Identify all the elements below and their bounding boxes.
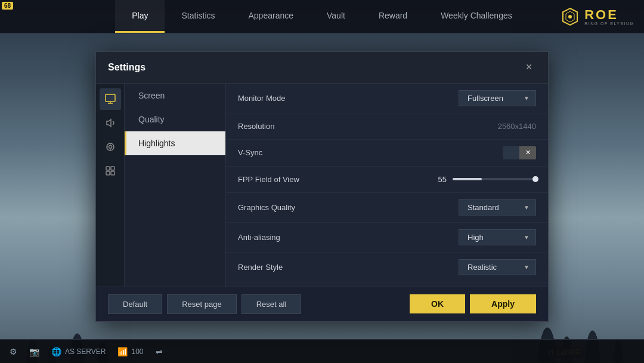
antialiasing-value: High ▼	[459, 229, 536, 245]
server-label: AS SERVER	[65, 347, 106, 356]
ping-value: 100	[131, 347, 143, 356]
monitor-mode-dropdown[interactable]: Fullscreen ▼	[459, 90, 536, 106]
graphics-quality-value: Standard ▼	[459, 199, 536, 216]
tab-appearance[interactable]: Appearance	[232, 0, 311, 33]
modal-overlay: Settings × Screen	[0, 33, 644, 339]
modal-footer: Default Reset page Reset all OK Apply	[96, 287, 548, 321]
vsync-toggle[interactable]: ✕	[503, 146, 536, 159]
settings-modal: Settings × Screen	[95, 51, 549, 322]
ping-icon: 📶	[117, 347, 128, 356]
tab-vault[interactable]: Vault	[310, 0, 362, 33]
nav-item-quality[interactable]: Quality	[125, 107, 225, 131]
settings-content: Monitor Mode Fullscreen ▼ Resolution 256…	[226, 84, 548, 287]
setting-auto-record: Auto Record Highlights ✕	[226, 282, 548, 287]
modal-header: Settings ×	[96, 52, 548, 84]
status-screenshot[interactable]: 📷	[29, 347, 39, 356]
antialiasing-arrow-icon: ▼	[524, 234, 530, 241]
render-style-label: Render Style	[238, 263, 283, 272]
svg-point-7	[109, 145, 112, 148]
graphics-quality-text: Standard	[467, 203, 499, 212]
setting-resolution: Resolution 2560x1440	[226, 113, 548, 140]
render-style-value: Realistic ▼	[459, 259, 536, 275]
logo-text: ROE	[584, 7, 634, 23]
sidebar-icons	[96, 84, 125, 287]
sidebar-icon-monitor[interactable]	[100, 88, 121, 110]
sidebar-icon-controls[interactable]	[100, 136, 121, 158]
fov-slider-thumb[interactable]	[532, 176, 538, 182]
status-ping: 📶 100	[117, 347, 143, 356]
antialiasing-text: High	[467, 233, 484, 242]
vsync-value: ✕	[503, 146, 536, 159]
settings-icon: ⚙	[10, 347, 17, 356]
sidebar-icon-audio[interactable]	[100, 112, 121, 134]
graphics-quality-label: Graphics Quality	[238, 203, 295, 212]
fov-slider-container: 55	[432, 175, 536, 184]
default-button[interactable]: Default	[108, 294, 162, 314]
antialiasing-label: Anti-aliasing	[238, 233, 280, 242]
setting-monitor-mode: Monitor Mode Fullscreen ▼	[226, 84, 548, 113]
render-style-dropdown[interactable]: Realistic ▼	[459, 259, 536, 275]
fov-slider[interactable]	[453, 178, 536, 180]
connection-icon: ⇌	[156, 347, 163, 356]
reset-page-button[interactable]: Reset page	[167, 294, 237, 314]
resolution-value: 2560x1440	[498, 122, 536, 131]
resolution-label: Resolution	[238, 122, 274, 131]
reset-all-button[interactable]: Reset all	[242, 294, 302, 314]
footer-left-buttons: Default Reset page Reset all	[108, 294, 301, 314]
logo-subtitle: RING OF ELYSIUM	[584, 21, 634, 26]
antialiasing-dropdown[interactable]: High ▼	[459, 229, 536, 245]
resolution-text: 2560x1440	[498, 122, 536, 131]
settings-nav: Screen Quality Highlights	[125, 84, 226, 287]
status-connection: ⇌	[156, 347, 163, 356]
ok-button[interactable]: OK	[410, 294, 465, 313]
svg-point-2	[568, 15, 572, 19]
toggle-off-state	[503, 146, 519, 159]
fov-number: 55	[432, 175, 447, 184]
setting-graphics-quality: Graphics Quality Standard ▼	[226, 193, 548, 223]
fov-label: FPP Field of View	[238, 175, 299, 184]
tab-reward[interactable]: Reward	[362, 0, 424, 33]
footer-right-buttons: OK Apply	[410, 294, 536, 313]
modal-body: Screen Quality Highlights Monitor Mode F…	[96, 84, 548, 287]
toggle-x-icon: ✕	[519, 146, 536, 159]
monitor-mode-arrow-icon: ▼	[524, 95, 530, 101]
close-button[interactable]: ×	[522, 60, 536, 75]
nav-item-screen[interactable]: Screen	[125, 84, 225, 107]
monitor-mode-dropdown-text: Fullscreen	[467, 94, 503, 103]
setting-fov: FPP Field of View 55	[226, 167, 548, 193]
fov-value: 55	[432, 175, 536, 184]
setting-vsync: V-Sync ✕	[226, 140, 548, 167]
sidebar-icon-misc[interactable]	[100, 160, 121, 182]
svg-rect-15	[111, 171, 114, 175]
svg-rect-14	[106, 171, 110, 175]
render-style-arrow-icon: ▼	[524, 264, 530, 270]
topbar: 68 Play Statistics Appearance Vault Rewa…	[0, 0, 644, 33]
status-server: 🌐 AS SERVER	[51, 347, 106, 356]
vsync-label: V-Sync	[238, 148, 262, 157]
setting-render-style: Render Style Realistic ▼	[226, 253, 548, 282]
nav-tabs: Play Statistics Appearance Vault Reward …	[0, 0, 644, 33]
score-badge: 68	[2, 2, 13, 10]
tab-weekly-challenges[interactable]: Weekly Challenges	[424, 0, 529, 33]
graphics-quality-arrow-icon: ▼	[524, 204, 530, 211]
svg-rect-3	[106, 94, 115, 101]
monitor-mode-label: Monitor Mode	[238, 94, 285, 103]
nav-item-highlights[interactable]: Highlights	[125, 131, 225, 155]
globe-icon: 🌐	[51, 347, 61, 356]
statusbar: ⚙ 📷 🌐 AS SERVER 📶 100 ⇌	[0, 339, 644, 363]
tab-statistics[interactable]: Statistics	[165, 0, 231, 33]
apply-button[interactable]: Apply	[470, 294, 536, 313]
setting-antialiasing: Anti-aliasing High ▼	[226, 223, 548, 253]
logo-area: ROE RING OF ELYSIUM	[561, 7, 634, 26]
monitor-mode-value: Fullscreen ▼	[459, 90, 536, 106]
svg-rect-13	[111, 167, 114, 170]
tab-play[interactable]: Play	[115, 0, 165, 33]
graphics-quality-dropdown[interactable]: Standard ▼	[459, 199, 536, 216]
modal-title: Settings	[108, 62, 145, 73]
render-style-text: Realistic	[467, 263, 497, 272]
roe-logo-icon	[561, 7, 580, 26]
fov-slider-fill	[453, 178, 482, 180]
svg-rect-12	[106, 167, 110, 170]
status-settings[interactable]: ⚙	[10, 347, 17, 356]
screenshot-icon: 📷	[29, 347, 39, 356]
